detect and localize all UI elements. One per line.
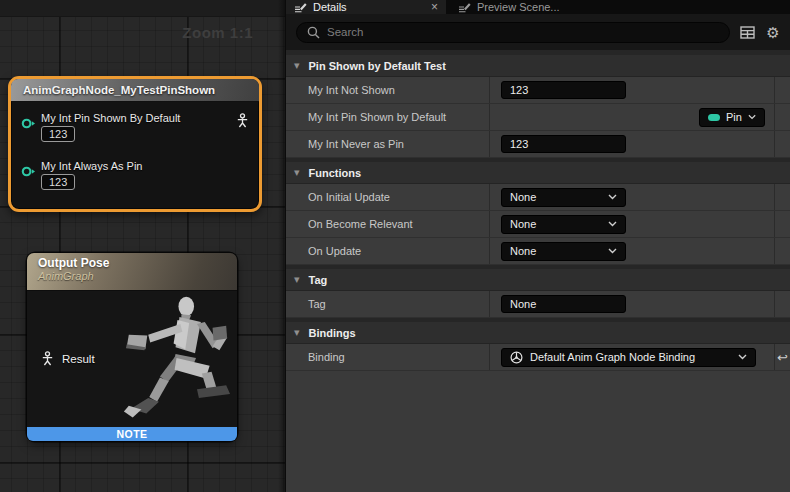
- tab-details[interactable]: Details ×: [286, 0, 446, 14]
- details-body: ▾ Pin Shown by Default Test My Int Not S…: [286, 50, 790, 491]
- on-update-dropdown[interactable]: None: [501, 242, 626, 261]
- zoom-level-label: Zoom 1:1: [182, 24, 253, 41]
- property-label: On Initial Update: [308, 191, 390, 203]
- property-label: Tag: [308, 298, 326, 310]
- pin-label: My Int Pin Shown By Default: [41, 112, 180, 124]
- on-initial-update-dropdown[interactable]: None: [501, 188, 626, 207]
- pin-value-box[interactable]: 123: [41, 174, 75, 190]
- pin-visibility-dropdown[interactable]: Pin: [699, 108, 765, 127]
- property-row-my-int-pin-shown-by-default: My Int Pin Shown by Default Pin: [286, 104, 790, 131]
- chevron-down-icon: [608, 221, 617, 227]
- my-int-not-shown-input[interactable]: [501, 81, 626, 99]
- section-header-tag[interactable]: ▾ Tag: [286, 269, 790, 291]
- preview-scene-tab-icon: [458, 2, 471, 13]
- property-row-on-become-relevant: On Become Relevant None: [286, 211, 790, 238]
- property-row-tag: Tag: [286, 291, 790, 318]
- output-pose-node[interactable]: Output Pose AnimGraph: [27, 253, 237, 441]
- pin-shape-icon: [708, 114, 720, 121]
- result-pin[interactable]: Result: [41, 351, 95, 366]
- reset-column: [774, 238, 790, 264]
- reset-column: [774, 184, 790, 210]
- section-header-pin-shown-by-default-test[interactable]: ▾ Pin Shown by Default Test: [286, 55, 790, 77]
- caret-down-icon: ▾: [294, 273, 300, 286]
- search-field[interactable]: [296, 22, 730, 43]
- tab-preview-scene-label: Preview Scene...: [477, 1, 560, 13]
- pin-value-box[interactable]: 123: [41, 126, 75, 142]
- property-label: My Int Never as Pin: [308, 138, 404, 150]
- animation-blueprint-editor: Zoom 1:1 AnimGraphNode_MyTestPinShown My…: [0, 0, 790, 492]
- tab-preview-scene[interactable]: Preview Scene...: [450, 0, 568, 14]
- pin-row-shown-by-default: My Int Pin Shown By Default 123: [21, 112, 180, 142]
- caret-down-icon: ▾: [294, 59, 300, 72]
- panel-tab-bar: Details × Preview Scene...: [286, 0, 790, 14]
- property-row-my-int-never-as-pin: My Int Never as Pin: [286, 131, 790, 158]
- node-note-bar[interactable]: NOTE: [27, 427, 237, 441]
- int-pin-icon[interactable]: [21, 117, 36, 130]
- tab-details-label: Details: [313, 1, 347, 13]
- reset-column: ↩: [774, 344, 790, 370]
- display-filter-icon[interactable]: [738, 23, 756, 41]
- details-tab-icon: [294, 2, 307, 13]
- property-row-on-update: On Update None: [286, 238, 790, 265]
- section-header-bindings[interactable]: ▾ Bindings: [286, 322, 790, 344]
- reset-column: [774, 291, 790, 317]
- tab-close-icon[interactable]: ×: [431, 2, 438, 12]
- property-row-binding: Binding Default Anim Graph Node Binding …: [286, 344, 790, 371]
- pin-row-always-as-pin: My Int Always As Pin 123: [21, 160, 142, 190]
- output-pose-body: Result: [27, 291, 237, 427]
- anim-graph-node[interactable]: AnimGraphNode_MyTestPinShown My Int Pin …: [8, 76, 262, 212]
- reset-column: [774, 104, 790, 130]
- pose-output-pin-icon[interactable]: [236, 113, 249, 128]
- property-row-my-int-not-shown: My Int Not Shown: [286, 77, 790, 104]
- anim-graph-node-title: AnimGraphNode_MyTestPinShown: [23, 84, 215, 96]
- pin-label: My Int Always As Pin: [41, 160, 142, 172]
- reset-column: [774, 131, 790, 157]
- caret-down-icon: ▾: [294, 166, 300, 179]
- graph-canvas[interactable]: Zoom 1:1 AnimGraphNode_MyTestPinShown My…: [0, 0, 285, 492]
- binding-class-icon: [510, 351, 523, 364]
- reset-column: [774, 211, 790, 237]
- running-mannequin-image: [121, 293, 233, 423]
- canvas-top-band: [0, 0, 285, 17]
- panel-edge-shadow: [278, 0, 285, 492]
- revert-to-default-icon[interactable]: ↩: [777, 350, 788, 365]
- on-become-relevant-dropdown[interactable]: None: [501, 215, 626, 234]
- property-label: On Become Relevant: [308, 218, 413, 230]
- output-pose-title: Output Pose: [38, 256, 237, 270]
- section-header-functions[interactable]: ▾ Functions: [286, 162, 790, 184]
- search-bar: ⚙: [286, 14, 790, 50]
- anim-graph-node-header[interactable]: AnimGraphNode_MyTestPinShown: [11, 79, 259, 102]
- pose-pin-icon: [41, 351, 54, 366]
- settings-gear-icon[interactable]: ⚙: [764, 23, 782, 41]
- int-pin-icon[interactable]: [21, 165, 36, 178]
- my-int-never-as-pin-input[interactable]: [501, 135, 626, 153]
- output-pose-subtitle: AnimGraph: [38, 270, 237, 282]
- search-input[interactable]: [327, 26, 719, 38]
- details-panel: Details × Preview Scene...: [285, 0, 790, 492]
- reset-column: [774, 77, 790, 103]
- property-label: My Int Not Shown: [308, 84, 395, 96]
- caret-down-icon: ▾: [294, 326, 300, 339]
- node-note-text: NOTE: [116, 428, 147, 440]
- search-icon: [307, 26, 320, 39]
- chevron-down-icon: [608, 194, 617, 200]
- result-pin-label: Result: [62, 353, 95, 365]
- chevron-down-icon: [748, 114, 756, 120]
- property-label: On Update: [308, 245, 361, 257]
- chevron-down-icon: [738, 354, 747, 360]
- chevron-down-icon: [608, 248, 617, 254]
- panel-empty-area: [286, 371, 790, 491]
- property-row-on-initial-update: On Initial Update None: [286, 184, 790, 211]
- binding-dropdown[interactable]: Default Anim Graph Node Binding: [501, 348, 756, 367]
- property-label: Binding: [308, 351, 345, 363]
- property-label: My Int Pin Shown by Default: [308, 111, 446, 123]
- tag-input[interactable]: [501, 295, 626, 313]
- output-pose-header[interactable]: Output Pose AnimGraph: [27, 253, 237, 291]
